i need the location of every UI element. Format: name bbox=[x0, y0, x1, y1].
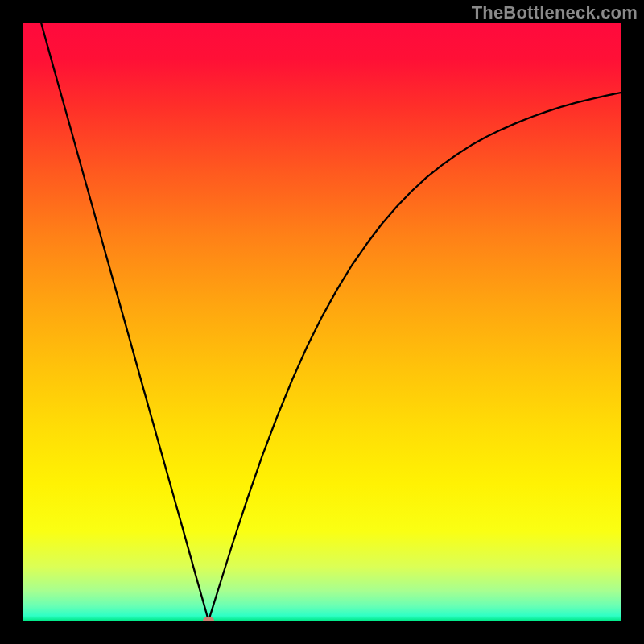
plot-area bbox=[23, 23, 621, 621]
watermark-label: TheBottleneck.com bbox=[472, 2, 638, 23]
chart-stage: TheBottleneck.com bbox=[0, 0, 644, 644]
chart-svg bbox=[23, 23, 621, 621]
gradient-bg bbox=[23, 23, 621, 621]
